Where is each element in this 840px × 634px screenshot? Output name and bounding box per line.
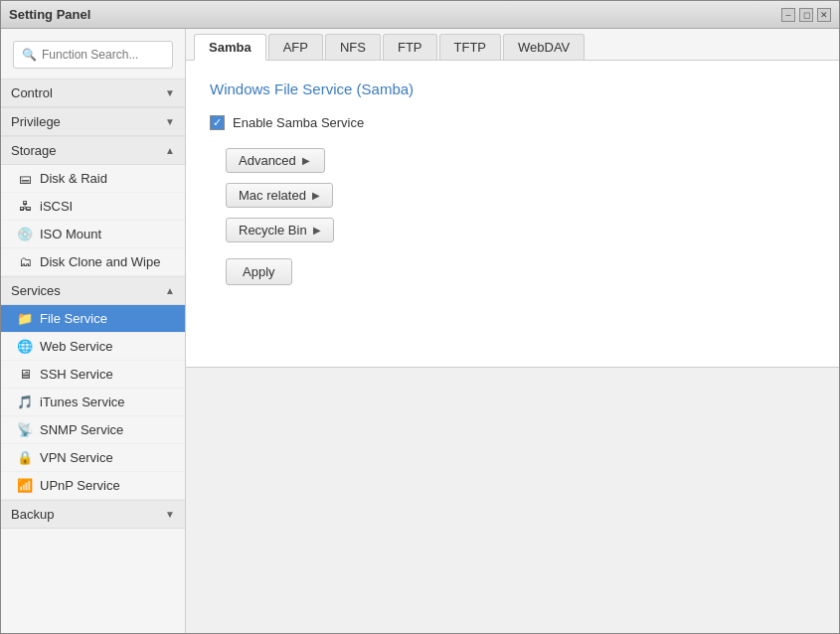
enable-row: ✓ Enable Samba Service <box>210 115 815 130</box>
tab-tftp[interactable]: TFTP <box>439 34 502 60</box>
tab-nfs[interactable]: NFS <box>325 34 381 60</box>
tab-samba[interactable]: Samba <box>194 34 266 61</box>
mac-related-arrow-icon: ▶ <box>312 190 320 201</box>
chevron-down-icon: ▼ <box>165 87 175 98</box>
apply-button[interactable]: Apply <box>226 258 292 285</box>
sidebar-section-services[interactable]: Services ▲ <box>1 276 185 305</box>
samba-panel: Windows File Service (Samba) ✓ Enable Sa… <box>186 61 839 367</box>
sidebar-section-backup[interactable]: Backup ▼ <box>1 500 185 529</box>
mac-related-button-label: Mac related <box>239 188 306 203</box>
advanced-arrow-icon: ▶ <box>302 155 310 166</box>
window-controls: – ◻ ✕ <box>781 8 831 22</box>
vpn-service-icon: 🔒 <box>17 450 33 465</box>
sidebar-item-iscsi-label: iSCSI <box>40 199 73 214</box>
content-area: Samba AFP NFS FTP TFTP WebDAV Windows Fi… <box>186 29 839 633</box>
sidebar-item-upnp-service[interactable]: 📶 UPnP Service <box>1 472 185 500</box>
search-icon: 🔍 <box>22 48 37 62</box>
tab-ftp[interactable]: FTP <box>383 34 437 60</box>
iso-mount-icon: 💿 <box>17 227 33 241</box>
itunes-service-icon: 🎵 <box>17 395 33 409</box>
setting-panel-window: Setting Panel – ◻ ✕ 🔍 Control ▼ P <box>0 0 840 634</box>
checkmark-icon: ✓ <box>213 116 222 129</box>
iscsi-icon: 🖧 <box>17 199 33 214</box>
tab-webdav[interactable]: WebDAV <box>503 34 585 60</box>
sidebar-item-disk-raid-label: Disk & Raid <box>40 171 107 186</box>
tab-afp[interactable]: AFP <box>268 34 323 60</box>
recycle-bin-button-label: Recycle Bin <box>239 223 307 238</box>
sidebar-item-disk-clone[interactable]: 🗂 Disk Clone and Wipe <box>1 248 185 276</box>
close-button[interactable]: ✕ <box>817 8 831 22</box>
restore-button[interactable]: ◻ <box>799 8 813 22</box>
search-box[interactable]: 🔍 <box>13 41 173 69</box>
sidebar: 🔍 Control ▼ Privilege ▼ Storage ▲ 🖴 <box>1 29 186 633</box>
sidebar-item-iscsi[interactable]: 🖧 iSCSI <box>1 193 185 221</box>
sidebar-bottom-space <box>1 529 185 633</box>
main-layout: 🔍 Control ▼ Privilege ▼ Storage ▲ 🖴 <box>1 29 839 633</box>
advanced-button-label: Advanced <box>239 153 296 168</box>
disk-raid-icon: 🖴 <box>17 171 33 186</box>
sidebar-item-snmp-service[interactable]: 📡 SNMP Service <box>1 416 185 444</box>
sidebar-item-itunes-service[interactable]: 🎵 iTunes Service <box>1 389 185 416</box>
sidebar-item-file-service-label: File Service <box>40 311 107 326</box>
sidebar-item-ssh-service-label: SSH Service <box>40 367 113 382</box>
sidebar-section-privilege[interactable]: Privilege ▼ <box>1 107 185 136</box>
web-service-icon: 🌐 <box>17 339 33 354</box>
window-title: Setting Panel <box>9 7 90 22</box>
recycle-bin-button[interactable]: Recycle Bin ▶ <box>226 218 334 242</box>
sidebar-item-itunes-service-label: iTunes Service <box>40 395 125 409</box>
sidebar-section-control-label: Control <box>11 85 53 100</box>
sidebar-item-web-service-label: Web Service <box>40 339 112 354</box>
file-service-icon: 📁 <box>17 311 33 326</box>
sidebar-section-storage[interactable]: Storage ▲ <box>1 136 185 165</box>
ssh-service-icon: 🖥 <box>17 367 33 382</box>
sidebar-section-control[interactable]: Control ▼ <box>1 79 185 107</box>
sidebar-item-upnp-service-label: UPnP Service <box>40 478 120 493</box>
sidebar-section-backup-label: Backup <box>11 507 54 522</box>
tabs-bar: Samba AFP NFS FTP TFTP WebDAV <box>186 29 839 61</box>
content-spacer <box>186 367 839 634</box>
snmp-service-icon: 📡 <box>17 422 33 437</box>
sidebar-item-web-service[interactable]: 🌐 Web Service <box>1 333 185 361</box>
chevron-up-icon: ▲ <box>165 285 175 296</box>
enable-label: Enable Samba Service <box>233 115 364 130</box>
sidebar-item-iso-mount-label: ISO Mount <box>40 227 101 241</box>
sidebar-section-services-label: Services <box>11 283 61 298</box>
mac-related-button[interactable]: Mac related ▶ <box>226 183 333 208</box>
chevron-up-icon: ▲ <box>165 145 175 156</box>
titlebar: Setting Panel – ◻ ✕ <box>1 1 839 29</box>
sidebar-item-ssh-service[interactable]: 🖥 SSH Service <box>1 361 185 389</box>
chevron-down-icon: ▼ <box>165 116 175 127</box>
sidebar-item-disk-clone-label: Disk Clone and Wipe <box>40 254 160 269</box>
sidebar-item-vpn-service-label: VPN Service <box>40 450 113 465</box>
sidebar-item-disk-raid[interactable]: 🖴 Disk & Raid <box>1 165 185 193</box>
sidebar-item-vpn-service[interactable]: 🔒 VPN Service <box>1 444 185 472</box>
panel-title: Windows File Service (Samba) <box>210 80 815 97</box>
search-input[interactable] <box>42 48 164 62</box>
disk-clone-icon: 🗂 <box>17 254 33 269</box>
enable-checkbox[interactable]: ✓ <box>210 115 225 130</box>
recycle-bin-arrow-icon: ▶ <box>313 225 321 236</box>
sidebar-section-storage-label: Storage <box>11 143 57 158</box>
minimize-button[interactable]: – <box>781 8 795 22</box>
sidebar-item-file-service[interactable]: 📁 File Service <box>1 305 185 333</box>
sidebar-item-iso-mount[interactable]: 💿 ISO Mount <box>1 221 185 248</box>
sidebar-item-snmp-service-label: SNMP Service <box>40 422 123 437</box>
options-section: Advanced ▶ Mac related ▶ Recycle Bin ▶ A… <box>210 148 815 285</box>
chevron-down-icon: ▼ <box>165 509 175 520</box>
upnp-service-icon: 📶 <box>17 478 33 493</box>
advanced-button[interactable]: Advanced ▶ <box>226 148 325 173</box>
sidebar-section-privilege-label: Privilege <box>11 114 61 129</box>
